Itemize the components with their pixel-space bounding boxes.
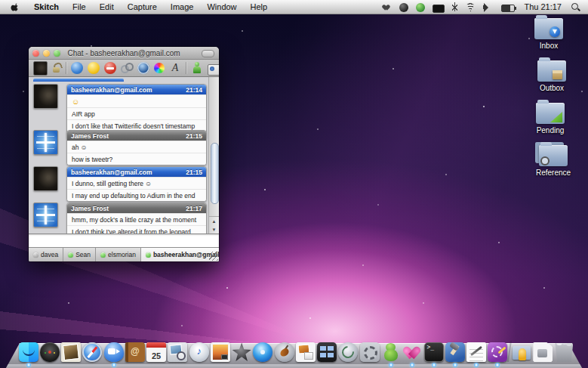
dock-item-mail[interactable]	[61, 340, 82, 362]
dock-item-document-stack[interactable]	[533, 340, 553, 362]
dock-item-ical[interactable]: 25	[146, 340, 167, 362]
adium-menu-icon[interactable]	[416, 3, 425, 12]
dock-item-idvd[interactable]	[253, 340, 273, 362]
menu-help[interactable]: Help	[244, 0, 275, 14]
dock-item-terminal[interactable]	[423, 340, 444, 362]
desktop-icon-pending[interactable]: Pending	[522, 103, 579, 135]
offline-status-orb-icon	[33, 252, 38, 258]
idvd-icon	[253, 342, 272, 362]
imovie-icon	[232, 342, 251, 362]
scrollbar-thumb[interactable]	[211, 143, 219, 204]
message-block: James Frost 21:15 ah ☺ how is tweetr?	[33, 130, 207, 165]
emoticons-icon[interactable]	[88, 62, 100, 74]
message-line: I may end up defaulting to Adium in the …	[67, 189, 206, 201]
ical-glyph: 25	[146, 351, 166, 361]
skitch-heart-menu-icon[interactable]	[381, 2, 392, 12]
fonts-icon[interactable]: A	[169, 62, 181, 74]
dock-item-imovie[interactable]	[232, 340, 252, 362]
desktop-icon-outbox[interactable]: Outbox	[523, 60, 580, 92]
dock-item-iphoto[interactable]	[210, 340, 230, 362]
menu-window[interactable]: Window	[200, 0, 243, 14]
menu-capture[interactable]: Capture	[121, 0, 164, 14]
dock-item-itunes[interactable]	[189, 340, 209, 362]
scroll-down-arrow-icon[interactable]: ▼	[212, 227, 217, 232]
dock-item-ichat[interactable]	[103, 340, 124, 362]
textedit-icon	[466, 342, 486, 362]
menu-skitch[interactable]: Skitch	[27, 0, 66, 14]
battery-menu-icon[interactable]	[501, 5, 515, 12]
dock-item-iweb[interactable]	[295, 340, 316, 362]
dock-item-xcode[interactable]	[445, 340, 465, 362]
status-ball-icon[interactable]	[71, 62, 83, 74]
tab-basheerakhan[interactable]: basheerakhan@gmail.com	[141, 248, 219, 261]
buddy-picture[interactable]	[33, 61, 48, 76]
dock-item-address-book[interactable]	[125, 340, 145, 362]
adium-icon	[381, 342, 401, 362]
message-line: I dunno, still getting there ☺	[67, 177, 206, 189]
dock-item-safari[interactable]	[82, 340, 103, 362]
volume-menu-icon[interactable]	[483, 2, 494, 12]
document-stack-icon	[533, 342, 553, 362]
toolbar-toggle-pill[interactable]	[202, 50, 214, 57]
mail-icon	[61, 342, 81, 362]
invite-icon[interactable]	[191, 62, 203, 74]
desktop-icon-label: Inbox	[520, 42, 577, 50]
menu-image[interactable]: Image	[164, 0, 201, 14]
dock-item-garageband[interactable]	[274, 340, 294, 362]
dock-item-time-machine[interactable]	[338, 340, 359, 362]
desktop-icon-reference[interactable]: Reference	[525, 145, 582, 177]
dock-item-dashboard[interactable]	[39, 340, 60, 362]
message-area: basheerakhan@gmail.com 21:14 ☺ AIR app I…	[29, 77, 219, 233]
ical-icon: 25	[146, 342, 166, 362]
airport-menu-icon[interactable]	[465, 3, 476, 11]
spaces-icon	[317, 342, 337, 362]
message-input-field[interactable]	[29, 233, 219, 247]
tab-elsmorian[interactable]: elsmorian	[96, 248, 141, 261]
dock-item-finder[interactable]	[18, 340, 38, 362]
dock-item-spaces[interactable]	[317, 340, 337, 362]
tab-sean[interactable]: Sean	[63, 248, 96, 261]
running-indicator	[389, 363, 393, 367]
dock-item-trash[interactable]	[554, 340, 574, 362]
lock-icon[interactable]	[52, 63, 61, 73]
vertical-scrollbar[interactable]: ▲ ▼	[208, 77, 219, 233]
trash-icon	[555, 343, 573, 362]
window-resize-grip[interactable]	[209, 252, 218, 261]
preview-icon	[168, 342, 187, 362]
skitch-icon	[402, 342, 422, 362]
scroll-up-arrow-icon[interactable]: ▲	[212, 219, 217, 224]
tab-davea[interactable]: davea	[29, 248, 63, 261]
dashboard-icon	[40, 342, 60, 362]
link-icon[interactable]	[121, 62, 133, 74]
block-icon[interactable]	[104, 62, 116, 74]
bluetooth-menu-icon[interactable]	[452, 2, 457, 11]
message-line: I don't think I've altered it from the l…	[67, 225, 206, 233]
dock-item-system-preferences[interactable]	[359, 340, 380, 362]
dock-item-documents-folder[interactable]	[511, 340, 531, 362]
window-title-bar[interactable]: Chat - basheerakhan@gmail.com	[29, 47, 219, 60]
desktop-icon-inbox[interactable]: Inbox	[520, 18, 577, 50]
menu-edit[interactable]: Edit	[93, 0, 121, 14]
ichat-icon	[104, 342, 124, 362]
spotlight-icon[interactable]	[571, 2, 580, 12]
menu-bar-clock[interactable]: Thu 21:17	[522, 2, 563, 11]
dock-item-dashcode[interactable]	[488, 340, 508, 362]
displays-menu-icon[interactable]	[433, 5, 445, 13]
terminal-icon	[424, 342, 444, 362]
web-icon[interactable]	[137, 62, 149, 74]
apple-menu-icon[interactable]	[11, 2, 20, 11]
buddy-avatar	[33, 166, 58, 191]
dock-item-adium[interactable]	[381, 340, 402, 362]
safari-icon	[82, 342, 102, 362]
dock-item-textedit[interactable]	[466, 340, 487, 362]
menu-file[interactable]: File	[66, 0, 93, 14]
colors-icon[interactable]	[154, 63, 165, 73]
dock-item-skitch[interactable]	[402, 340, 423, 362]
desktop-icon-label: Reference	[525, 169, 582, 177]
picture-icon[interactable]	[208, 64, 219, 76]
ichat-menu-icon[interactable]	[399, 3, 408, 12]
finder-icon	[19, 342, 38, 362]
dock-item-preview[interactable]	[168, 340, 188, 362]
chat-toolbar: A»	[29, 60, 219, 77]
message-sender: basheerakhan@gmail.com	[71, 169, 152, 176]
